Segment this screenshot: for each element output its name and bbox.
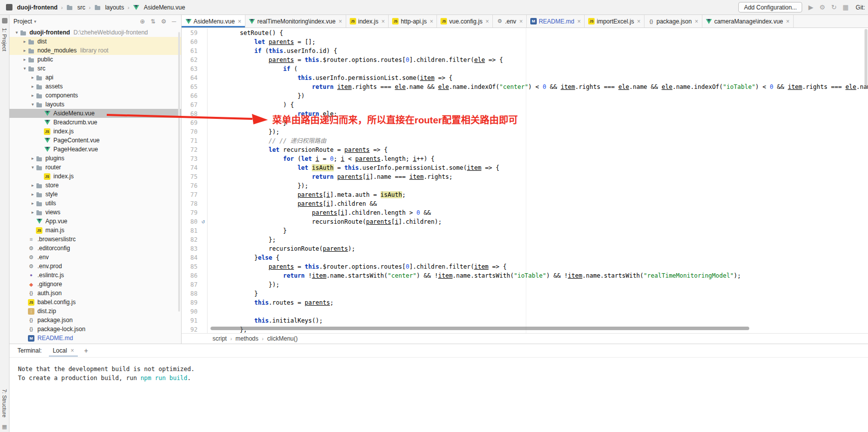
chevron-expanded-icon[interactable]: ▾ [29,165,36,170]
expand-collapse-icon[interactable]: ⇅ [151,18,156,25]
tree-item-layouts[interactable]: ▾layouts [9,100,181,109]
line-number[interactable]: 60 [182,37,200,46]
tree-item-main.js[interactable]: main.js [9,226,181,235]
tree-item-auth.json[interactable]: auth.json [9,289,181,298]
tree-item-router[interactable]: ▾router [9,163,181,172]
line-number[interactable]: 70 [182,127,200,136]
code-line-79[interactable]: 79 parents[i].children.length > 0 && [182,208,868,217]
line-number[interactable]: 88 [182,289,200,298]
line-number[interactable]: 85 [182,262,200,271]
tree-item-dist[interactable]: ▸dist [9,37,181,46]
editor-breadcrumb-item-methods[interactable]: methods [235,335,258,342]
breadcrumb-item-AsideMenu.vue[interactable]: AsideMenu.vue [133,4,185,11]
tree-item-duoji-frontend[interactable]: ▾duoji-frontendD:\zheheWeb\duoji-fronten… [9,28,181,37]
editor-tab-importExcel.js[interactable]: importExcel.js× [585,15,645,27]
code-line-87[interactable]: 87 }); [182,280,868,289]
tree-item-PageContent.vue[interactable]: PageContent.vue [9,136,181,145]
chevron-collapsed-icon[interactable]: ▸ [29,192,36,197]
code-line-77[interactable]: 77 parents[i].meta.auth = isAuth; [182,190,868,199]
line-number[interactable]: 59 [182,28,200,37]
hide-panel-icon[interactable]: ─ [172,18,176,25]
tree-item-README.md[interactable]: README.md [9,334,181,343]
tree-item-plugins[interactable]: ▸plugins [9,154,181,163]
code-line-70[interactable]: 70 }); [182,127,868,136]
code-line-60[interactable]: 60 let parents = []; [182,37,868,46]
tab-close-icon[interactable]: × [430,18,433,25]
chevron-expanded-icon[interactable]: ▾ [29,102,36,107]
editor-tab-realTimeMonitoring\index.vue[interactable]: realTimeMonitoring\index.vue× [245,15,346,27]
line-number[interactable]: 78 [182,199,200,208]
code-line-88[interactable]: 88 } [182,289,868,298]
tab-close-icon[interactable]: × [695,18,698,25]
line-number[interactable]: 64 [182,73,200,82]
line-number[interactable]: 73 [182,154,200,163]
tree-item-dist.zip[interactable]: dist.zip [9,307,181,316]
line-number[interactable]: 61 [182,46,200,55]
code-line-86[interactable]: 86 return !item.name.startsWith("center"… [182,271,868,280]
settings-icon[interactable]: ⚙ [161,18,167,25]
tree-item-App.vue[interactable]: App.vue [9,217,181,226]
project-tool-icon[interactable] [2,18,7,23]
code-line-80[interactable]: 80↺ recursionRoute(parents[i].children); [182,217,868,226]
code-line-89[interactable]: 89 this.routes = parents; [182,298,868,307]
chevron-collapsed-icon[interactable]: ▸ [29,75,36,80]
line-number[interactable]: 75 [182,172,200,181]
tree-item-.env[interactable]: .env [9,253,181,262]
tree-item-.env.prod[interactable]: .env.prod [9,262,181,271]
code-line-64[interactable]: 64 this.userInfo.permissionList.some(ite… [182,73,868,82]
editor-tab-README.md[interactable]: README.md× [527,15,585,27]
line-number[interactable]: 77 [182,190,200,199]
editor-tab-AsideMenu.vue[interactable]: AsideMenu.vue× [182,15,245,27]
tree-item-components[interactable]: ▸components [9,91,181,100]
tree-item-.eslintrc.js[interactable]: .eslintrc.js [9,271,181,280]
tab-close-icon[interactable]: × [786,18,790,25]
line-number[interactable]: 66 [182,91,200,100]
line-number[interactable]: 86 [182,271,200,280]
code-line-62[interactable]: 62 parents = this.$router.options.routes… [182,55,868,64]
line-number[interactable]: 80 [182,217,200,226]
code-area[interactable]: 59 setRoute() {60 let parents = [];61 if… [182,28,868,333]
line-number[interactable]: 62 [182,55,200,64]
tree-item-package.json[interactable]: package.json [9,316,181,325]
chevron-expanded-icon[interactable]: ▾ [21,66,28,71]
tab-close-icon[interactable]: × [381,18,385,25]
tree-item-style[interactable]: ▸style [9,190,181,199]
line-number[interactable]: 79 [182,208,200,217]
editor-breadcrumb-item-clickMenu()[interactable]: clickMenu() [267,335,297,342]
code-line-66[interactable]: 66 }) [182,91,868,100]
line-number[interactable]: 87 [182,280,200,289]
tree-item-utils[interactable]: ▸utils [9,199,181,208]
code-line-63[interactable]: 63 if ( [182,64,868,73]
code-line-85[interactable]: 85 parents = this.$router.options.routes… [182,262,868,271]
terminal-output[interactable]: Note that the development build is not o… [9,358,868,432]
line-number[interactable]: 84 [182,253,200,262]
chevron-collapsed-icon[interactable]: ▸ [29,201,36,206]
locate-file-icon[interactable]: ⊕ [140,18,145,25]
project-tool-button[interactable]: 1: Project [1,28,7,51]
tab-close-icon[interactable]: × [637,18,641,25]
tree-item-.gitignore[interactable]: .gitignore [9,280,181,289]
chevron-collapsed-icon[interactable]: ▸ [29,84,36,89]
tree-item-store[interactable]: ▸store [9,181,181,190]
editor-breadcrumb-item-script[interactable]: script [213,335,227,342]
line-number[interactable]: 65 [182,82,200,91]
code-line-78[interactable]: 78 parents[i].children && [182,199,868,208]
bottom-tool-icon[interactable]: ▦ [2,424,7,430]
editor-tab-cameraManage\index.vue[interactable]: cameraManage\index.vue× [702,15,794,27]
code-line-65[interactable]: 65 return item.rights === ele.name && el… [182,82,868,91]
code-line-90[interactable]: 90 [182,307,868,316]
line-number[interactable]: 92 [182,325,200,333]
tree-item-package-lock.json[interactable]: package-lock.json [9,325,181,334]
line-number[interactable]: 72 [182,145,200,154]
editor-tab-package.json[interactable]: package.json× [645,15,702,27]
code-line-83[interactable]: 83 recursionRoute(parents); [182,244,868,253]
chevron-collapsed-icon[interactable]: ▸ [29,93,36,98]
line-number[interactable]: 89 [182,298,200,307]
run-icon[interactable]: ▶ [808,4,813,10]
project-scrollbar[interactable] [178,32,180,312]
code-line-84[interactable]: 84 }else { [182,253,868,262]
horizontal-scrollbar[interactable] [211,327,749,330]
structure-tool-button[interactable]: 7: Structure [1,389,7,418]
code-line-59[interactable]: 59 setRoute() { [182,28,868,37]
code-line-72[interactable]: 72 let recursionRoute = parents => { [182,145,868,154]
